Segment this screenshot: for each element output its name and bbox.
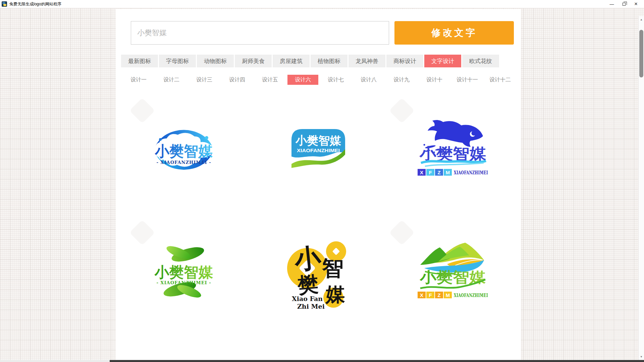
- titlebar: 免费无限生成logo的网站程序 — ×: [0, 0, 644, 8]
- python-app-icon: [2, 1, 7, 7]
- logo-letter: X: [420, 170, 423, 175]
- logo-subtitle-text: XIAOFANZHIMEI: [454, 170, 488, 175]
- design-tab-3[interactable]: 设计三: [189, 75, 220, 85]
- vertical-scrollbar: ▲ ▼: [638, 16, 644, 360]
- logo-image-dolphin: 小樊智媒 X F Z M XIAOFAN: [415, 119, 491, 181]
- restore-icon: [623, 3, 626, 6]
- vertical-scrollbar-thumb[interactable]: [639, 30, 643, 77]
- category-tab-trademark[interactable]: 商标设计: [386, 55, 423, 67]
- category-tabs: 最新图标 字母图标 动物图标 厨师美食 房屋建筑 植物图标 龙凤神兽 商标设计 …: [121, 55, 499, 67]
- logo-title-text: 小樊智媒: [419, 145, 486, 162]
- logo-letter: M: [445, 170, 450, 175]
- logo-text-input[interactable]: [131, 21, 389, 45]
- design-tab-7[interactable]: 设计七: [320, 75, 351, 85]
- logo-results-grid: 小樊智媒 - XIAOFANZHIMEI - 小樊智媒: [116, 91, 520, 326]
- logo-ink-char: 小: [292, 242, 322, 275]
- design-tab-1[interactable]: 设计一: [123, 75, 154, 85]
- design-tab-11[interactable]: 设计十一: [452, 75, 483, 85]
- logo-subtitle-line1: Xiao Fan: [292, 295, 323, 302]
- logo-thumbnail-ink-coins[interactable]: 小 樊 智 媒 Xiao Fan Zhi Mei: [251, 208, 385, 326]
- category-tab-plants[interactable]: 植物图标: [311, 55, 347, 67]
- logo-letter: Z: [437, 292, 440, 298]
- logo-subtitle-text: XIAOFANZHIMEI: [297, 148, 340, 153]
- logo-letter-boxes: X F Z M: [418, 169, 452, 176]
- logo-letter: Z: [437, 170, 440, 175]
- logo-ink-char: 樊: [296, 272, 319, 297]
- logo-image-blue-badge: 小樊智媒 XIAOFANZHIMEI: [288, 125, 348, 175]
- logo-letter: F: [429, 170, 432, 175]
- design-tab-8[interactable]: 设计八: [353, 75, 384, 85]
- category-tab-text-design[interactable]: 文字设计: [424, 55, 461, 67]
- logo-thumbnail-green-leaves[interactable]: 小樊智媒 - XIAOFANZHIMEI -: [116, 208, 251, 326]
- content-panel: 修改文字 最新图标 字母图标 动物图标 厨师美食 房屋建筑 植物图标 龙凤神兽 …: [116, 9, 521, 360]
- category-tab-buildings[interactable]: 房屋建筑: [273, 55, 310, 67]
- logo-letter: F: [429, 292, 432, 298]
- logo-thumbnail-dolphin[interactable]: 小樊智媒 X F Z M XIAOFAN: [385, 91, 520, 208]
- logo-letter: M: [445, 292, 450, 298]
- logo-image-mountain: 小樊智媒 X F Z M XIAOFANZHIMEI: [415, 239, 491, 305]
- logo-letter: X: [420, 292, 423, 298]
- logo-subtitle-text: - XIAOFANZHIMEI -: [156, 160, 211, 165]
- design-tab-10[interactable]: 设计十: [419, 75, 450, 85]
- minimize-button[interactable]: —: [606, 0, 618, 8]
- horizontal-scrollbar-thumb[interactable]: [110, 360, 644, 362]
- logo-image-green-leaves: 小樊智媒 - XIAOFANZHIMEI -: [150, 239, 217, 302]
- logo-ink-char: 智: [322, 256, 343, 280]
- design-tab-4[interactable]: 设计四: [222, 75, 253, 85]
- window-controls: — ×: [606, 0, 642, 8]
- category-tab-latest[interactable]: 最新图标: [121, 55, 158, 67]
- close-icon: ×: [634, 1, 638, 7]
- page-background: 修改文字 最新图标 字母图标 动物图标 厨师美食 房屋建筑 植物图标 龙凤神兽 …: [0, 8, 644, 362]
- design-tab-9[interactable]: 设计九: [386, 75, 417, 85]
- design-tabs: 设计一 设计二 设计三 设计四 设计五 设计六 设计七 设计八 设计九 设计十 …: [123, 75, 516, 85]
- design-tab-6[interactable]: 设计六: [287, 75, 318, 85]
- logo-subtitle-text: - XIAOFANZHIMEI -: [156, 280, 211, 285]
- category-tab-patterns[interactable]: 欧式花纹: [462, 55, 499, 67]
- design-tab-2[interactable]: 设计二: [156, 75, 187, 85]
- category-tab-animals[interactable]: 动物图标: [197, 55, 234, 67]
- logo-image-blue-splash: 小樊智媒 - XIAOFANZHIMEI -: [150, 121, 217, 179]
- close-button[interactable]: ×: [630, 0, 642, 8]
- restore-button[interactable]: [618, 0, 630, 8]
- design-tab-5[interactable]: 设计五: [255, 75, 285, 85]
- logo-subtitle-text: XIAOFANZHIMEI: [454, 293, 488, 298]
- app-window: 免费无限生成logo的网站程序 — × 修改文字 最新图标 字母图标 动物图标 …: [0, 0, 644, 362]
- logo-letter-boxes: X F Z M: [418, 292, 452, 298]
- category-tab-dragons[interactable]: 龙凤神兽: [348, 55, 385, 67]
- category-tab-letters[interactable]: 字母图标: [159, 55, 196, 67]
- logo-thumbnail-blue-splash[interactable]: 小樊智媒 - XIAOFANZHIMEI -: [116, 91, 251, 208]
- category-tab-food[interactable]: 厨师美食: [235, 55, 272, 67]
- minimize-icon: —: [610, 2, 614, 7]
- scroll-down-arrow-icon[interactable]: ▼: [639, 354, 644, 359]
- logo-title-text: 小樊智媒: [295, 134, 341, 147]
- modify-text-button[interactable]: 修改文字: [394, 21, 514, 45]
- scroll-up-arrow-icon[interactable]: ▲: [639, 17, 644, 22]
- logo-image-ink-coins: 小 樊 智 媒 Xiao Fan Zhi Mei: [286, 239, 350, 311]
- window-title: 免费无限生成logo的网站程序: [9, 1, 61, 7]
- logo-ink-char: 媒: [325, 283, 345, 305]
- logo-title-text: 小樊智媒: [154, 143, 213, 159]
- horizontal-scrollbar: [0, 360, 644, 362]
- logo-thumbnail-mountain[interactable]: 小樊智媒 X F Z M XIAOFANZHIMEI: [385, 208, 520, 326]
- logo-title-text: 小樊智媒: [154, 264, 213, 280]
- design-tab-12[interactable]: 设计十二: [485, 75, 516, 85]
- logo-thumbnail-blue-badge[interactable]: 小樊智媒 XIAOFANZHIMEI: [251, 91, 385, 208]
- logo-subtitle-line2: Zhi Mei: [297, 303, 325, 310]
